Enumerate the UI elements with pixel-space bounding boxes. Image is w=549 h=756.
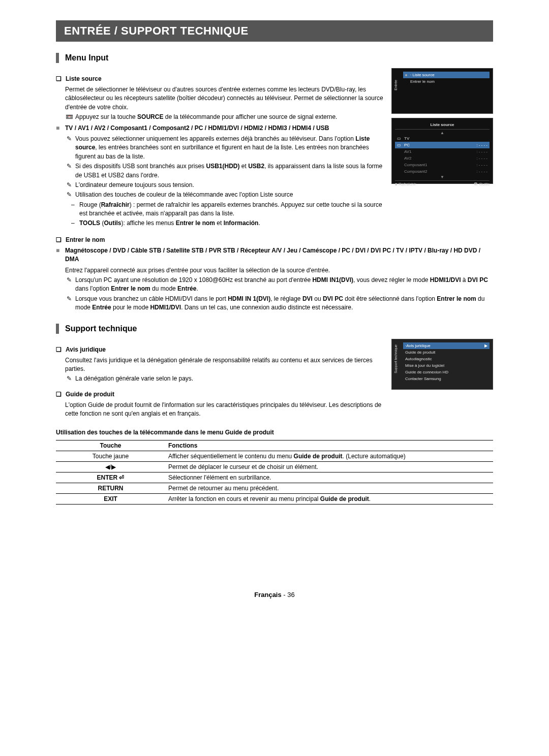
note-text: Utilisation des touches de couleur de la… [75, 191, 293, 199]
table-row: Touche jaune Afficher séquentiellement l… [56, 451, 493, 461]
dash-text: TOOLS (Outils): affiche les menus Entrer… [79, 219, 260, 228]
heading-liste-source: ❏ Liste source [56, 75, 384, 82]
cell-touche-exit: EXIT [56, 493, 165, 504]
ss-item: Guide de produit [403, 349, 490, 356]
table-row: ◀/▶ Permet de déplacer le curseur et de … [56, 461, 493, 472]
heading-text: Guide de produit [66, 391, 114, 398]
note-text: Vous pouvez sélectionner uniquement les … [75, 135, 384, 161]
heading-text: Liste source [66, 75, 102, 82]
square-bullet-icon: ■ [56, 246, 65, 264]
ss-item: Mise à jour du logiciel [403, 362, 490, 369]
section-title: Menu Input [65, 53, 108, 62]
cell-touche-enter: ENTER ⏎ [56, 472, 165, 483]
paragraph: Permet de sélectionner le téléviseur ou … [65, 85, 384, 112]
ss-title: Liste source [395, 121, 490, 128]
checkbox-icon: ❏ [56, 236, 62, 243]
heading-text: Entrer le nom [66, 236, 105, 243]
paragraph: Entrez l'appareil connecté aux prises d'… [65, 266, 493, 275]
section-menu-input: Menu Input [56, 53, 493, 63]
paragraph: L'option Guide de produit fournit de l'i… [65, 401, 384, 419]
remote-icon: 📼 [65, 113, 73, 121]
cell-fonction: Permet de retourner au menu précédent. [165, 483, 493, 493]
ss-item-avis: · Avis juridique▶ [403, 342, 490, 349]
page-banner: ENTRÉE / SUPPORT TECHNIQUE [56, 20, 493, 42]
checkbox-icon: ❏ [56, 75, 62, 82]
note-text: Lorsqu'un PC ayant une résolution de 192… [75, 276, 493, 294]
ss-item: Contacter Samsung [403, 375, 490, 382]
ss-item-entrer-nom: Entrer le nom [403, 78, 490, 85]
section-bar-icon [56, 324, 59, 334]
note-text: La dénégation générale varie selon le pa… [75, 374, 193, 383]
pencil-icon: ✎ [65, 181, 73, 190]
heading-avis-juridique: ❏ Avis juridique [56, 346, 384, 353]
note-text: Appuyez sur la touche SOURCE de la téléc… [75, 113, 337, 121]
pencil-icon: ✎ [65, 374, 73, 383]
ss-item-liste-source: · Liste source [403, 72, 490, 78]
source-list: TV / AV1 / AV2 / Composant1 / Composant2… [65, 124, 329, 133]
heading-text: Avis juridique [66, 346, 106, 353]
section-bar-icon [56, 53, 59, 63]
page-footer: Français - 36 [56, 591, 493, 598]
heading-entrer-nom: ❏ Entrer le nom [56, 236, 493, 243]
table-title: Utilisation des touches de la télécomman… [56, 429, 493, 436]
cell-touche-return: RETURN [56, 483, 165, 493]
cell-fonction: Permet de déplacer le curseur et de choi… [165, 461, 493, 472]
note-text: Si des dispositifs USB sont branchés aux… [75, 162, 384, 180]
heading-guide-produit: ❏ Guide de produit [56, 391, 384, 398]
pencil-icon: ✎ [65, 276, 73, 294]
col-touche: Touche [56, 440, 165, 451]
pencil-icon: ✎ [65, 135, 73, 161]
table-row: ENTER ⏎ Sélectionner l'élément en surbri… [56, 472, 493, 483]
sidebar-label: Support technique [394, 344, 398, 373]
devices-list: Magnétoscope / DVD / Câble STB / Satelli… [65, 246, 493, 264]
dash-bullet-icon: – [71, 219, 79, 228]
cell-fonction: Arrêter la fonction en cours et revenir … [165, 493, 493, 504]
paragraph: Consultez l'avis juridique et la dénégat… [65, 356, 384, 374]
cell-touche-arrows: ◀/▶ [56, 461, 165, 472]
cell-fonction: Afficher séquentiellement le contenu du … [165, 451, 493, 461]
ss-footer-refresh: ■ Rafraîchir [395, 182, 416, 186]
pencil-icon: ✎ [65, 191, 73, 199]
table-row: EXIT Arrêter la fonction en cours et rev… [56, 493, 493, 504]
ss-footer-tools: 🛠 Outils [474, 182, 490, 186]
table-row: RETURN Permet de retourner au menu précé… [56, 483, 493, 493]
cell-fonction: Sélectionner l'élément en surbrillance. [165, 472, 493, 483]
ss-item: Guide de connexion HD [403, 369, 490, 375]
pencil-icon: ✎ [65, 162, 73, 180]
remote-controls-table: Touche Fonctions Touche jaune Afficher s… [56, 440, 493, 505]
square-bullet-icon: ■ [56, 124, 65, 133]
col-fonctions: Fonctions [165, 440, 493, 451]
note-text: L'ordinateur demeure toujours sous tensi… [75, 181, 194, 190]
section-support-technique: Support technique [56, 324, 493, 334]
checkbox-icon: ❏ [56, 391, 62, 398]
note-text: Lorsque vous branchez un câble HDMI/DVI … [75, 295, 493, 312]
pencil-icon: ✎ [65, 295, 73, 312]
table-header-row: Touche Fonctions [56, 440, 493, 451]
liste-source-screenshot: Liste source ▲ ▭TV ▭PC: - - - - AV1: - -… [391, 118, 493, 184]
checkbox-icon: ❏ [56, 346, 62, 353]
dash-text: Rouge (Rafraîchir) : permet de rafraîchi… [79, 201, 384, 218]
sidebar-label: Entrée [394, 80, 398, 90]
ss-item: Autodiagnostic [403, 356, 490, 362]
support-screenshot: Support technique · Avis juridique▶ Guid… [391, 339, 493, 390]
menu-screenshot-entree: Entrée · Liste source Entrer le nom [391, 68, 493, 114]
cell-touche: Touche jaune [56, 451, 165, 461]
dash-bullet-icon: – [71, 201, 79, 218]
section-title: Support technique [65, 324, 137, 333]
